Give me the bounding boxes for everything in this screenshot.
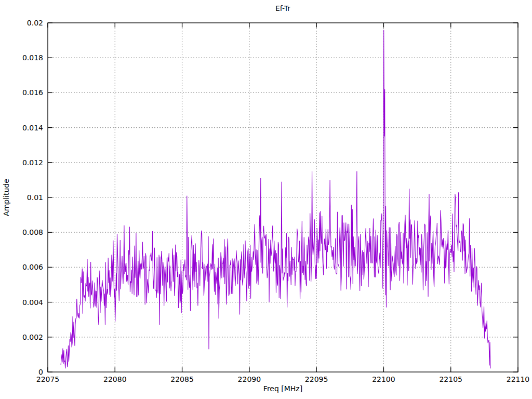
y-tick-label: 0.002 — [22, 333, 43, 341]
x-tick-label: 22085 — [170, 375, 194, 383]
x-axis-label: Freq [MHz] — [263, 384, 302, 393]
data-series — [61, 30, 490, 368]
y-tick-label: 0.02 — [27, 19, 43, 27]
x-tick-label: 22105 — [439, 375, 462, 383]
chart-canvas: 2207522080220852209022095221002210522110… — [0, 0, 532, 399]
y-tick-label: 0.004 — [22, 298, 43, 307]
x-tick-label: 22095 — [305, 375, 328, 383]
x-tick-label: 22075 — [36, 375, 60, 383]
tick-labels: 2207522080220852209022095221002210522110… — [22, 19, 529, 383]
y-tick-label: 0.012 — [22, 158, 43, 167]
y-tick-label: 0.008 — [22, 228, 43, 236]
x-tick-label: 22110 — [507, 375, 530, 383]
x-tick-label: 22100 — [372, 375, 395, 383]
spectrum-trace — [61, 30, 490, 368]
y-tick-label: 0.01 — [27, 193, 43, 202]
y-tick-label: 0.014 — [22, 124, 43, 132]
gnuplot-figure: 2207522080220852209022095221002210522110… — [0, 0, 532, 399]
grid-lines — [48, 23, 518, 372]
y-tick-label: 0.016 — [22, 88, 43, 97]
y-tick-label: 0.006 — [22, 263, 43, 271]
x-tick-label: 22080 — [103, 375, 127, 383]
y-axis-label: Amplitude — [2, 179, 10, 216]
x-tick-label: 22090 — [238, 375, 261, 383]
y-tick-label: 0.018 — [22, 54, 43, 62]
y-tick-label: 0 — [38, 368, 43, 376]
chart-title: Ef-Tr — [275, 4, 290, 12]
